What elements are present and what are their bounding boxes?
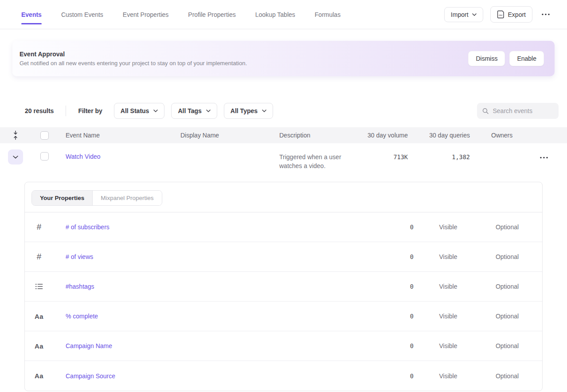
tab-events[interactable]: Events <box>21 8 42 21</box>
tab-mixpanel-properties[interactable]: Mixpanel Properties <box>92 191 161 205</box>
results-count: 20 results <box>25 107 54 114</box>
banner-title: Event Approval <box>20 51 247 58</box>
import-button[interactable]: Import <box>444 7 483 22</box>
chevron-down-icon <box>472 13 477 16</box>
banner-actions: Dismiss Enable <box>468 51 544 66</box>
top-navigation-bar: Events Custom Events Event Properties Pr… <box>0 0 567 29</box>
tab-profile-properties[interactable]: Profile Properties <box>188 8 235 21</box>
event-properties-panel: Your Properties Mixpanel Properties #Aa … <box>24 182 543 391</box>
event-30-day-queries: 1,382 <box>408 143 470 161</box>
row-expander-button[interactable] <box>8 149 23 165</box>
property-visibility[interactable]: Visible <box>414 223 483 231</box>
property-row: #Aa # of views 0 Visible Optional <box>25 242 542 272</box>
event-owners <box>470 143 528 153</box>
property-visibility[interactable]: Visible <box>414 372 483 380</box>
chevron-down-icon <box>262 110 266 112</box>
header-owners: Owners <box>470 132 528 139</box>
property-visibility[interactable]: Visible <box>414 313 483 320</box>
svg-text:csv: csv <box>499 14 503 16</box>
property-name-link[interactable]: # of views <box>66 253 93 260</box>
tab-formulas[interactable]: Formulas <box>315 8 340 21</box>
event-display-name <box>172 143 275 153</box>
event-name-link[interactable]: Watch Video <box>66 153 101 160</box>
property-value: 0 <box>369 283 414 290</box>
row-more-options-button[interactable] <box>538 155 550 161</box>
text-property-icon: #Aa <box>35 313 43 320</box>
property-requirement[interactable]: Optional <box>483 372 532 380</box>
event-approval-banner: Event Approval Get notified on all new e… <box>12 41 555 76</box>
property-row: #Aa # of subscribers 0 Visible Optional <box>25 212 542 242</box>
header-event-name: Event Name <box>58 132 172 139</box>
property-row: #Aa Campaign Name 0 Visible Optional <box>25 331 542 361</box>
property-row: #Aa #hashtags 0 Visible Optional <box>25 272 542 302</box>
properties-tab-bar: Your Properties Mixpanel Properties <box>25 182 542 212</box>
property-name-link[interactable]: #hashtags <box>66 283 94 290</box>
property-value: 0 <box>369 313 414 320</box>
chevron-down-icon <box>13 156 18 159</box>
tab-lookup-tables[interactable]: Lookup Tables <box>255 8 295 21</box>
ellipsis-icon <box>540 157 548 159</box>
header-30-day-queries: 30 day queries <box>408 132 470 139</box>
dismiss-button[interactable]: Dismiss <box>468 51 505 66</box>
export-button[interactable]: csv Export <box>490 6 532 23</box>
export-button-label: Export <box>508 11 526 18</box>
property-requirement[interactable]: Optional <box>483 313 532 320</box>
property-requirement[interactable]: Optional <box>483 253 532 260</box>
header-description: Description <box>275 132 360 139</box>
tab-your-properties[interactable]: Your Properties <box>32 191 92 205</box>
banner-text: Event Approval Get notified on all new e… <box>20 51 247 67</box>
import-button-label: Import <box>451 11 469 18</box>
enable-button[interactable]: Enable <box>509 51 544 66</box>
property-name-link[interactable]: Campaign Source <box>66 372 115 380</box>
divider <box>66 106 66 116</box>
property-visibility[interactable]: Visible <box>414 342 483 349</box>
row-checkbox[interactable] <box>40 152 49 161</box>
property-requirement[interactable]: Optional <box>483 283 532 290</box>
tab-custom-events[interactable]: Custom Events <box>61 8 103 21</box>
status-filter-value: All Status <box>121 107 149 114</box>
property-requirement[interactable]: Optional <box>483 223 532 231</box>
status-filter-dropdown[interactable]: All Status <box>114 103 165 119</box>
csv-file-icon: csv <box>497 10 504 19</box>
header-30-day-volume: 30 day volume <box>360 132 408 139</box>
search-icon <box>482 107 489 115</box>
tags-filter-value: All Tags <box>178 107 201 114</box>
property-requirement[interactable]: Optional <box>483 342 532 349</box>
search-events-input[interactable] <box>493 107 554 114</box>
chevron-down-icon <box>206 110 211 112</box>
filter-by-label: Filter by <box>78 107 102 114</box>
event-description: Triggered when a user watches a video. <box>275 143 360 170</box>
search-events-box <box>477 103 559 119</box>
select-all-checkbox[interactable] <box>40 131 49 140</box>
ellipsis-icon <box>541 13 550 16</box>
property-value: 0 <box>369 372 414 380</box>
property-value: 0 <box>369 342 414 349</box>
event-row-watch-video: Watch Video Triggered when a user watche… <box>0 143 567 182</box>
property-visibility[interactable]: Visible <box>414 283 483 290</box>
property-visibility[interactable]: Visible <box>414 253 483 260</box>
tab-event-properties[interactable]: Event Properties <box>123 8 169 21</box>
tags-filter-dropdown[interactable]: All Tags <box>171 103 217 119</box>
properties-segmented-control: Your Properties Mixpanel Properties <box>31 190 162 206</box>
event-30-day-volume: 713K <box>360 143 408 161</box>
property-row: #Aa % complete 0 Visible Optional <box>25 302 542 331</box>
collapse-all-icon <box>12 130 19 140</box>
types-filter-value: All Types <box>231 107 258 114</box>
property-name-link[interactable]: Campaign Name <box>66 342 112 349</box>
property-name-link[interactable]: # of subscribers <box>66 223 109 231</box>
property-row: #Aa Campaign Source 0 Visible Optional <box>25 361 542 391</box>
chevron-down-icon <box>153 110 158 112</box>
collapse-all-button[interactable] <box>11 129 20 142</box>
property-value: 0 <box>369 253 414 260</box>
text-property-icon: #Aa <box>35 342 43 350</box>
text-property-icon: #Aa <box>35 372 43 380</box>
number-property-icon: #Aa <box>37 252 42 262</box>
topbar-actions: Import csv Export <box>444 6 552 23</box>
filter-row: 20 results Filter by All Status All Tags… <box>0 103 567 119</box>
list-property-icon: #Aa <box>35 283 43 290</box>
more-options-button[interactable] <box>540 12 552 17</box>
lexicon-tabs: Events Custom Events Event Properties Pr… <box>21 8 340 21</box>
property-name-link[interactable]: % complete <box>66 313 98 320</box>
header-display-name: Display Name <box>172 132 275 139</box>
types-filter-dropdown[interactable]: All Types <box>224 103 273 119</box>
